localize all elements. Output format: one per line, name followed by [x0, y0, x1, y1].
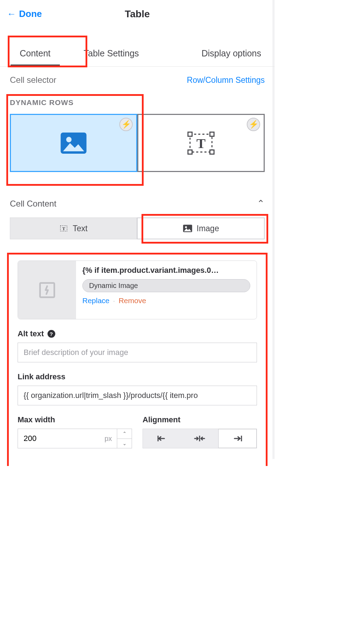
image-icon	[59, 131, 88, 155]
cell-content-title: Cell Content	[10, 199, 56, 209]
cell-content-header[interactable]: Cell Content ⌃	[0, 180, 275, 217]
align-right[interactable]	[218, 429, 257, 448]
svg-text:T: T	[62, 226, 65, 231]
max-width-stepper[interactable]: px ⌃ ⌄	[18, 429, 132, 448]
tab-content[interactable]: Content	[0, 38, 70, 66]
done-label: Done	[19, 8, 42, 19]
text-frame-icon: T	[186, 130, 216, 156]
stepper-down[interactable]: ⌄	[117, 439, 132, 448]
image-summary-row: {% if item.product.variant.images.0… Dyn…	[18, 260, 257, 319]
arrow-left-icon: ←	[7, 8, 16, 19]
stepper-up[interactable]: ⌃	[117, 429, 132, 439]
chevron-up-icon: ⌃	[122, 431, 127, 436]
chevron-down-icon: ⌄	[122, 441, 127, 446]
chevron-up-icon: ⌃	[257, 198, 265, 209]
toggle-text[interactable]: T Text	[10, 217, 137, 239]
image-form: {% if item.product.variant.images.0… Dyn…	[7, 250, 268, 459]
svg-rect-6	[210, 150, 214, 154]
bolt-icon: ⚡	[119, 118, 133, 131]
alt-text-input[interactable]	[18, 343, 257, 362]
toggle-text-label: Text	[73, 224, 87, 233]
image-thumbnail[interactable]	[18, 261, 76, 319]
image-source-title: {% if item.product.variant.images.0…	[82, 266, 250, 275]
alignment-field: Alignment	[143, 415, 257, 448]
row-column-settings-link[interactable]: Row/Column Settings	[187, 75, 265, 85]
align-center[interactable]	[181, 429, 218, 448]
svg-text:T: T	[196, 135, 206, 151]
cell-image[interactable]: ⚡	[10, 114, 137, 172]
tabs: Content Table Settings Display options	[0, 38, 275, 67]
svg-point-11	[185, 226, 187, 228]
link-address-input[interactable]	[18, 386, 257, 405]
table-editor-panel: ← Done Table Content Table Settings Disp…	[0, 0, 275, 459]
replace-link[interactable]: Replace	[82, 296, 109, 305]
help-icon[interactable]: ?	[48, 330, 55, 338]
alt-text-label: Alt text	[18, 329, 44, 338]
max-width-label: Max width	[18, 415, 55, 424]
separator-dot: ·	[113, 296, 115, 305]
svg-rect-3	[188, 132, 192, 136]
link-address-label: Link address	[18, 372, 65, 381]
panel-header: ← Done Table	[0, 0, 275, 28]
cell-text[interactable]: ⚡ T	[137, 114, 265, 172]
bolt-icon: ⚡	[247, 118, 260, 131]
align-right-icon	[232, 435, 243, 442]
dynamic-image-pill[interactable]: Dynamic Image	[82, 279, 250, 292]
alt-text-field: Alt text ?	[18, 329, 257, 362]
dynamic-image-icon	[38, 281, 57, 300]
dynamic-row-cells: ⚡ ⚡ T	[10, 114, 265, 172]
remove-link[interactable]: Remove	[119, 296, 146, 305]
done-button[interactable]: ← Done	[7, 8, 42, 19]
image-icon	[183, 224, 193, 233]
cell-selector-section: Cell selector Row/Column Settings DYNAMI…	[0, 67, 275, 180]
alignment-label: Alignment	[143, 415, 181, 424]
alignment-group	[143, 429, 257, 448]
tab-table-settings[interactable]: Table Settings	[74, 38, 149, 66]
text-frame-icon: T	[59, 224, 68, 233]
dynamic-rows-label: DYNAMIC ROWS	[10, 98, 265, 107]
svg-rect-4	[210, 132, 214, 136]
svg-point-1	[66, 137, 71, 142]
max-width-input[interactable]	[18, 429, 99, 448]
align-left-icon	[157, 435, 167, 442]
toggle-image[interactable]: Image	[137, 217, 265, 239]
toggle-image-label: Image	[197, 224, 219, 233]
max-width-unit: px	[99, 429, 117, 448]
content-type-toggle: T Text Image	[0, 217, 275, 239]
max-width-field: Max width px ⌃ ⌄	[18, 415, 132, 448]
cell-selector-label: Cell selector	[10, 75, 56, 85]
svg-rect-5	[188, 150, 192, 154]
link-address-field: Link address	[18, 372, 257, 405]
align-left[interactable]	[143, 429, 181, 448]
align-center-icon	[194, 435, 206, 442]
tab-display-options[interactable]: Display options	[191, 38, 271, 66]
